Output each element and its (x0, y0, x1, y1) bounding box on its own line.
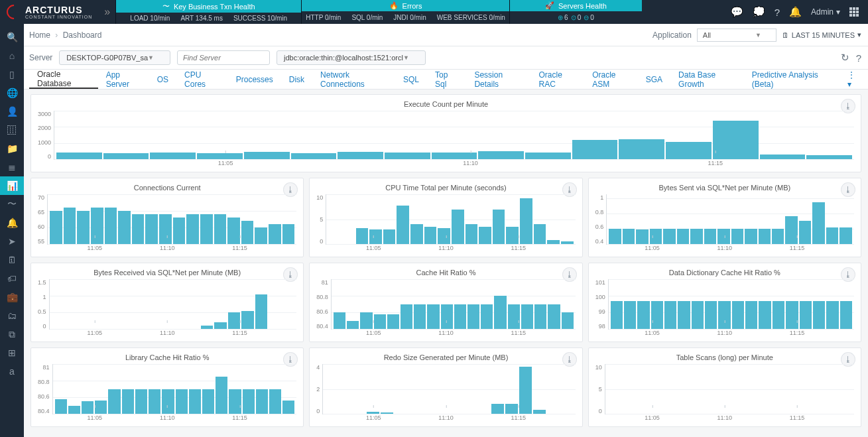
tab-os[interactable]: OS (149, 70, 176, 89)
up-arrow-icon: ⊕ (558, 14, 563, 21)
device-icon[interactable]: ▯ (0, 65, 24, 84)
home-icon[interactable]: ⌂ (0, 46, 24, 65)
left-sidebar: 🔍⌂▯🌐👤⿲📁≣📊〜🔔➤🗓🏷💼🗂⧉⊞a (0, 24, 24, 90)
brand-tagline: CONSTANT INNOVATION (25, 15, 92, 19)
tab-oracle-rac[interactable]: Oracle RAC (531, 70, 585, 89)
tab-network-connections[interactable]: Network Connections (312, 70, 395, 89)
tab-sql[interactable]: SQL (395, 70, 427, 89)
health-block-servers[interactable]: 🚀Servers Health ⊕6 ⊙0 ⊖0 (509, 0, 642, 24)
application-label: Application (652, 31, 692, 40)
tab-more-menu[interactable]: ⋮ ▾ (839, 70, 868, 89)
brand-name: ARCTURUS (25, 5, 92, 15)
clock-icon: ⊙ (571, 14, 576, 21)
help-circle-icon[interactable]: ? (856, 52, 861, 64)
tab-sga[interactable]: SGA (638, 70, 670, 89)
admin-menu[interactable]: Admin▾ (811, 7, 840, 17)
find-server-input[interactable] (177, 50, 270, 65)
chevron-down-icon: ▾ (857, 31, 861, 39)
chevron-down-icon: ▼ (755, 32, 761, 38)
brand-logo: ARCTURUS CONSTANT INNOVATION (0, 0, 99, 24)
chat-outline-icon[interactable]: 💭 (753, 6, 765, 18)
bell-icon[interactable]: 🔔 (789, 6, 802, 18)
apps-grid-icon[interactable] (849, 7, 859, 17)
tab-top-sql[interactable]: Top Sql (427, 70, 466, 89)
tab-predictive-analysis-beta-[interactable]: Predictive Analysis (Beta) (744, 70, 839, 89)
tab-cpu-cores[interactable]: CPU Cores (176, 70, 228, 89)
tab-bar: Oracle DatabaseApp ServerOSCPU CoresProc… (0, 70, 868, 90)
tab-oracle-asm[interactable]: Oracle ASM (584, 70, 638, 89)
tab-data-base-growth[interactable]: Data Base Growth (670, 70, 744, 89)
time-range-picker[interactable]: 🗓 LAST 15 MINUTES ▾ (782, 31, 861, 39)
tab-oracle-database[interactable]: Oracle Database (29, 70, 98, 89)
collapse-nav-button[interactable]: » (99, 0, 115, 24)
refresh-icon[interactable]: ↻ (841, 52, 849, 64)
breadcrumb-bar: Home › Dashboard Application All ▼ 🗓 LAS… (0, 24, 868, 46)
fire-icon: 🔥 (389, 1, 399, 10)
globe-icon[interactable]: 🌐 (0, 84, 24, 90)
jdbc-select[interactable]: jdbc:oracle:thin:@localhost:1521:orcl ▼ (277, 50, 426, 65)
chat-filled-icon[interactable]: 💬 (731, 6, 743, 18)
health-block-business[interactable]: 〜Key Business Txn Health LOAD 10/min ART… (115, 0, 301, 24)
tab-session-details[interactable]: Session Details (466, 70, 530, 89)
brand-swirl-icon (3, 1, 24, 22)
top-bar: ARCTURUS CONSTANT INNOVATION » 〜Key Busi… (0, 0, 868, 24)
server-select[interactable]: DESKTOP-G0P07BV_sa ▼ (59, 50, 170, 65)
tab-disk[interactable]: Disk (281, 70, 312, 89)
tab-app-server[interactable]: App Server (98, 70, 149, 89)
chevron-down-icon: ▼ (403, 54, 409, 61)
application-select[interactable]: All ▼ (697, 29, 776, 42)
server-label: Server (29, 53, 52, 62)
health-block-errors[interactable]: 🔥Errors HTTP 0/min SQL 0/min JNDI 0/min … (301, 0, 509, 24)
breadcrumb: Home › Dashboard (29, 31, 101, 40)
search-icon[interactable]: 🔍 (0, 28, 24, 46)
server-bar: Server DESKTOP-G0P07BV_sa ▼ jdbc:oracle:… (0, 46, 868, 70)
trend-icon: 〜 (162, 1, 170, 11)
calendar-icon: 🗓 (782, 31, 789, 39)
dashboard-content[interactable]: Execute Count per Minute⭳300020001000011… (24, 89, 868, 90)
chevron-down-icon: ▼ (148, 54, 154, 61)
help-icon[interactable]: ? (775, 7, 780, 18)
tab-processes[interactable]: Processes (228, 70, 281, 89)
rocket-icon: 🚀 (545, 1, 554, 10)
chevron-down-icon: ▾ (836, 7, 840, 17)
down-arrow-icon: ⊖ (584, 14, 589, 21)
